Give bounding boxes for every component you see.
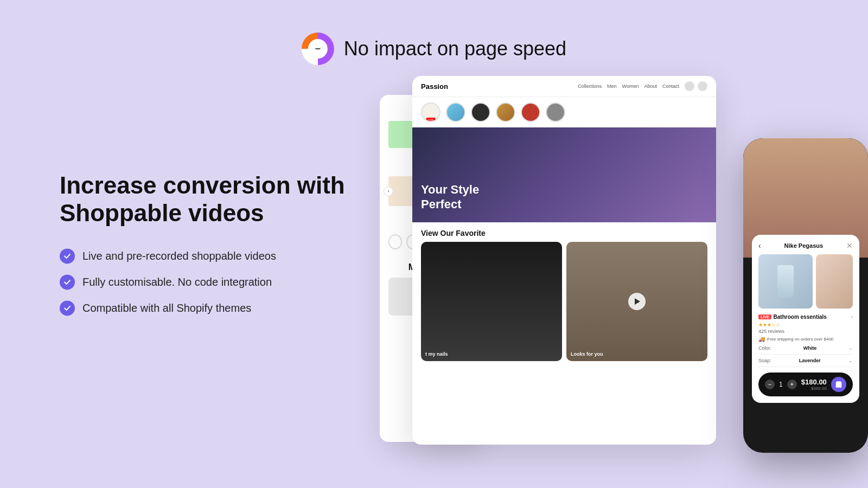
product-image-secondary [816,254,853,309]
speed-icon-inner: − [308,39,328,59]
feature-text-1: Live and pre-recorded shoppable videos [82,250,276,262]
brand-name: Bathroom essentials [774,314,827,320]
shop-nav-icons [685,81,707,91]
product-brand: LIVE Bathroom essentials › [758,314,853,320]
feature-list: Live and pre-recorded shoppable videos F… [60,249,345,316]
color-chevron-icon[interactable]: ⌄ [848,345,853,351]
feature-item-2: Fully customisable. No code integration [60,275,345,290]
quantity-controls: − 1 + [765,380,797,389]
story-circles-row [412,97,716,127]
story-circle-5[interactable] [521,102,540,122]
right-section: Grid Carousel ‹ › Stories [380,0,868,488]
story-circle-3[interactable] [471,102,490,122]
brand-badge: LIVE [758,314,771,319]
soap-option-row: Soap: Lavender ⌄ [758,355,853,367]
shop-window: Passion Collections Men Women About Cont… [412,76,716,445]
hero-area: Your Style Perfect [412,127,716,222]
video-label-1: t my nails [425,351,558,357]
price-sub: $360.00 [811,386,827,391]
cart-price: $180.00 $360.00 [801,378,827,391]
qty-decrease-button[interactable]: − [765,380,775,389]
product-images [758,254,853,309]
brand-arrow-icon: › [851,314,853,320]
soap-label: Soap: [758,358,771,363]
nav-collections[interactable]: Collections [578,84,602,89]
product-reviews: 425 reviews [758,329,853,334]
product-card-header: ‹ Nike Pegasus ✕ [758,241,853,250]
story-circle-6[interactable] [546,102,565,122]
cart-icon[interactable] [685,81,694,91]
nav-men[interactable]: Men [607,84,617,89]
feature-text-3: Compatible with all Shopify themes [82,302,251,314]
check-icon-3 [60,301,75,316]
grid-cell-1 [388,121,416,148]
add-to-cart-button[interactable] [831,377,846,392]
carousel-prev-button[interactable]: ‹ [384,187,393,196]
back-button[interactable]: ‹ [758,241,761,250]
color-value: White [803,345,817,351]
view-favorites: View Our Favorite [412,222,716,242]
speed-icon: − [302,33,334,65]
left-section: Increase conversion with Shoppable video… [60,172,345,316]
hero-text: Your Style Perfect [421,183,479,211]
video-thumb-2[interactable]: Looks for you [566,242,707,361]
product-card: ‹ Nike Pegasus ✕ LIVE Bathroom essential… [752,235,859,403]
video-thumb-1[interactable]: t my nails [421,242,562,361]
check-icon-2 [60,275,75,290]
video-label-2: Looks for you [571,351,703,357]
story-circle-1[interactable] [421,102,441,122]
color-option-row: Color: White ⌄ [758,342,853,355]
shop-nav-items: Collections Men Women About Contact [578,84,679,89]
story-circle-4[interactable] [496,102,515,122]
mobile-panel: 🛒 ↑ ‹ Nike Pegasus ✕ LIVE Bathro [743,138,868,453]
feature-text-2: Fully customisable. No code integration [82,276,272,288]
product-bottle [777,265,794,298]
nav-women[interactable]: Women [622,84,639,89]
product-image-main [758,254,813,309]
shipping-icon: 🚚 [758,336,765,342]
nav-contact[interactable]: Contact [662,84,679,89]
product-shipping: 🚚 Free shipping on orders over $400 [758,336,853,342]
check-icon-1 [60,249,75,264]
soap-chevron-icon[interactable]: ⌄ [848,358,853,363]
shop-logo: Passion [421,82,448,91]
story-dot-1[interactable] [388,234,402,249]
shipping-text: Free shipping on orders over $400 [767,337,833,342]
qty-value: 1 [779,381,783,388]
story-circle-2[interactable] [446,102,465,122]
qty-increase-button[interactable]: + [787,380,797,389]
feature-item-1: Live and pre-recorded shoppable videos [60,249,345,264]
profile-icon[interactable] [698,81,707,91]
main-heading: Increase conversion with Shoppable video… [60,172,345,227]
play-button[interactable] [628,293,646,310]
shop-nav: Passion Collections Men Women About Cont… [412,76,716,97]
close-button[interactable]: ✕ [846,241,853,250]
add-to-cart-bar: − 1 + $180.00 $360.00 [758,373,853,396]
product-title: Nike Pegasus [784,242,824,249]
video-grid: t my nails Looks for you [412,242,716,361]
product-stars: ★★★☆☆ [758,322,853,328]
price-main: $180.00 [801,378,827,386]
soap-value: Lavender [799,358,821,363]
nav-about[interactable]: About [644,84,657,89]
color-label: Color: [758,345,771,351]
feature-item-3: Compatible with all Shopify themes [60,301,345,316]
